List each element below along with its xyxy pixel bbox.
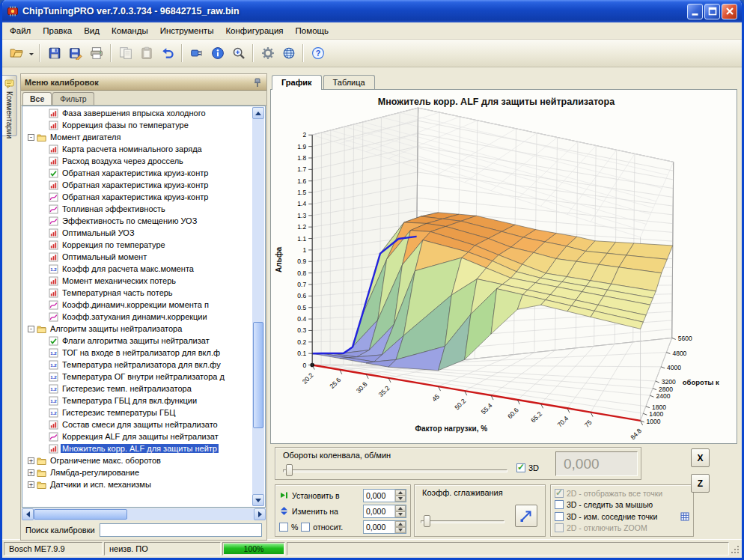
tree-item[interactable]: Коррекция фазы по температуре bbox=[23, 119, 252, 131]
scroll-left-button[interactable] bbox=[22, 508, 34, 520]
change-value-spinner[interactable]: 0,000 bbox=[363, 505, 406, 518]
menu-помощь[interactable]: Помощь bbox=[290, 24, 335, 37]
tree-item[interactable]: 1.2Гистерезис темп. нейтрализатора bbox=[23, 383, 252, 395]
resize-grip[interactable] bbox=[731, 543, 740, 555]
tree-item[interactable]: Обратная характеристика круиз-контр bbox=[23, 179, 252, 191]
z-axis-button[interactable]: Z bbox=[691, 474, 710, 493]
tree-item[interactable]: Коррекция по температуре bbox=[23, 239, 252, 251]
tree-item[interactable]: Эффективность по смещению УОЗ bbox=[23, 215, 252, 227]
scroll-right-button[interactable] bbox=[254, 508, 266, 520]
apply-smoothing-button[interactable] bbox=[515, 505, 537, 527]
tree-item[interactable]: Обратная характеристика круиз-контр bbox=[23, 167, 252, 179]
tree-item[interactable]: Оптимальный УОЗ bbox=[23, 227, 252, 239]
tree-item[interactable]: Обратная характеристика круиз-контр bbox=[23, 191, 252, 203]
tree-item[interactable]: Коэфф.затухания динамич.коррекции bbox=[23, 311, 252, 323]
tree-horizontal-scrollbar[interactable] bbox=[22, 508, 266, 520]
zoom-button[interactable] bbox=[228, 43, 248, 64]
grid-icon[interactable] bbox=[680, 512, 689, 521]
smoothing-slider-thumb[interactable] bbox=[424, 515, 430, 527]
expand-toggle-icon[interactable]: + bbox=[28, 457, 34, 464]
tree-item[interactable]: 1.2Коэфф для расчета макс.момента bbox=[23, 263, 252, 275]
open-dropdown-arrow[interactable] bbox=[27, 43, 35, 64]
rpm-slider-thumb[interactable] bbox=[286, 464, 293, 476]
relative-checkbox[interactable]: относит. bbox=[301, 523, 343, 532]
spin-down[interactable] bbox=[395, 511, 406, 517]
expand-toggle-icon[interactable]: + bbox=[28, 481, 34, 488]
relative-value-spinner[interactable]: 0,000 bbox=[363, 520, 406, 534]
tree-item[interactable]: Температурная часть потерь bbox=[23, 287, 252, 299]
close-button[interactable] bbox=[722, 4, 737, 19]
tree-item[interactable]: Фаза завершения впрыска холодного bbox=[23, 107, 252, 119]
surface-chart[interactable]: 00.10.20.30.40.50.60.70.80.911.11.21.31.… bbox=[271, 90, 737, 443]
view-option-checkbox-2[interactable]: 3D - изм. соседние точки bbox=[555, 512, 657, 521]
maximize-button[interactable] bbox=[704, 4, 720, 19]
menu-инструменты[interactable]: Инструменты bbox=[154, 24, 220, 37]
tree-item[interactable]: Момент механических потерь bbox=[23, 275, 252, 287]
spin-down[interactable] bbox=[395, 527, 406, 533]
smoothing-slider[interactable] bbox=[421, 515, 504, 527]
minimize-button[interactable] bbox=[687, 4, 703, 19]
tree-item[interactable]: 1.2Температура ГБЦ для вкл.функции bbox=[23, 395, 252, 407]
3d-checkbox[interactable]: 3D bbox=[516, 463, 539, 472]
scroll-down-button[interactable] bbox=[252, 494, 264, 506]
tree-item[interactable]: Карта расчета номинального заряда bbox=[23, 143, 252, 155]
save-as-button[interactable] bbox=[65, 43, 85, 64]
spin-up[interactable] bbox=[395, 490, 406, 496]
tree-item[interactable]: Коэфф.динамич.коррекции момента п bbox=[23, 299, 252, 311]
menu-конфигурация[interactable]: Конфигурация bbox=[219, 24, 289, 37]
tree-item[interactable]: Состав смеси для защиты нейтрализато bbox=[23, 419, 252, 430]
tree-item[interactable]: -Момент двигателя bbox=[23, 131, 252, 143]
tree-item[interactable]: 1.2ТОГ на входе в нейтрализатор для вкл.… bbox=[23, 347, 252, 359]
menu-команды[interactable]: Команды bbox=[106, 24, 154, 37]
rpm-slider[interactable] bbox=[283, 464, 507, 476]
print-button[interactable] bbox=[86, 43, 106, 64]
tree-item[interactable]: +Ограничение макс. оборотов bbox=[23, 454, 252, 466]
open-file-button[interactable] bbox=[6, 43, 26, 64]
spin-up[interactable] bbox=[395, 521, 406, 527]
spin-down[interactable] bbox=[395, 496, 406, 502]
help-button[interactable]: ? bbox=[308, 43, 328, 64]
comments-tab[interactable]: Комментарии bbox=[2, 75, 17, 136]
expand-toggle-icon[interactable]: + bbox=[28, 469, 34, 476]
menu-правка[interactable]: Правка bbox=[37, 24, 78, 37]
set-value-spinner[interactable]: 0,000 bbox=[363, 489, 406, 502]
settings-button[interactable] bbox=[257, 43, 278, 64]
tree-item[interactable]: Оптимальный момент bbox=[23, 251, 252, 263]
calibration-search-input[interactable] bbox=[100, 523, 262, 537]
tree-item[interactable]: 1.2Температура нейтрализатора для вкл.фу bbox=[23, 359, 252, 371]
menu-вид[interactable]: Вид bbox=[78, 24, 106, 37]
tree-item[interactable]: +Датчики и исп. механизмы bbox=[23, 478, 252, 490]
undo-button[interactable] bbox=[157, 43, 177, 64]
filter-tab-все[interactable]: Все bbox=[22, 92, 52, 105]
tree-item[interactable]: Расход воздуха через дроссель bbox=[23, 155, 252, 167]
scroll-up-button[interactable] bbox=[252, 107, 264, 119]
pin-icon[interactable] bbox=[252, 77, 263, 88]
tree-item[interactable]: Множитель корр. ALF для защиты нейтр bbox=[23, 442, 252, 454]
connect-device-button[interactable] bbox=[186, 43, 207, 64]
spin-up[interactable] bbox=[395, 505, 406, 511]
view-tab-таблица[interactable]: Таблица bbox=[323, 75, 375, 89]
title-bar[interactable]: ChipTuningPRO ver.7.0.3.734 - 96842715_r… bbox=[2, 0, 742, 22]
tree-item[interactable]: Топливная эффективность bbox=[23, 203, 252, 215]
tree-item[interactable]: +Лямбда-регулирование bbox=[23, 466, 252, 478]
x-axis-button[interactable]: X bbox=[691, 448, 710, 467]
tree-item[interactable]: -Алгоритм защиты нейтрализатора bbox=[23, 323, 252, 335]
save-file-button[interactable] bbox=[44, 43, 64, 64]
horizontal-scroll-thumb[interactable] bbox=[34, 509, 127, 520]
vertical-scroll-thumb[interactable] bbox=[253, 322, 263, 428]
menu-файл[interactable]: Файл bbox=[4, 24, 37, 37]
view-option-checkbox-1[interactable]: 3D - следить за мышью bbox=[555, 500, 653, 509]
collapse-toggle-icon[interactable]: - bbox=[28, 326, 34, 332]
filter-tab-фильтр[interactable]: Фильтр bbox=[52, 92, 94, 105]
tree-item[interactable]: Коррекция ALF для защиты нейтрализат bbox=[23, 430, 252, 442]
tree-item[interactable]: 1.2Температура ОГ внутри нейтрализатора … bbox=[23, 371, 252, 383]
tree-item[interactable]: 1.2Гистерезис температуры ГБЦ bbox=[23, 407, 252, 419]
tree-vertical-scrollbar[interactable] bbox=[252, 107, 264, 506]
tree-item-label: Расход воздуха через дроссель bbox=[61, 156, 185, 165]
collapse-toggle-icon[interactable]: - bbox=[28, 134, 34, 141]
view-tab-график[interactable]: График bbox=[272, 75, 322, 90]
online-button[interactable] bbox=[278, 43, 299, 64]
percent-checkbox[interactable]: % bbox=[279, 523, 298, 532]
info-button[interactable] bbox=[207, 43, 228, 64]
tree-item[interactable]: Флаги алгоритма защиты нейтрализат bbox=[23, 335, 252, 347]
